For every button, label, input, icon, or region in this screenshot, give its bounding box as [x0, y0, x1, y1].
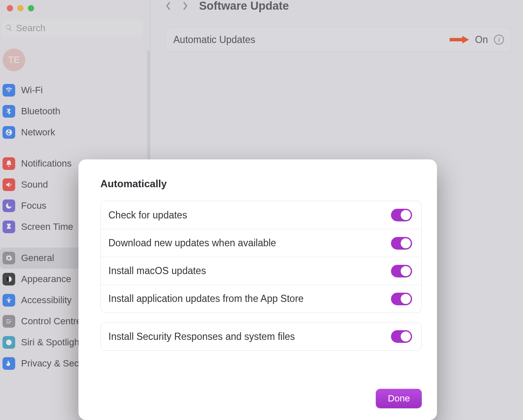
automatic-updates-sheet: Automatically Check for updatesDownload … — [78, 159, 437, 420]
gear-icon — [3, 252, 15, 264]
hourglass-icon — [3, 221, 15, 233]
info-icon[interactable]: i — [494, 35, 504, 45]
avatar[interactable]: TE — [3, 48, 25, 71]
sidebar-item-label: Wi-Fi — [21, 85, 43, 96]
siri-icon — [3, 336, 15, 349]
sidebar-item-wi-fi[interactable]: Wi-Fi — [0, 80, 150, 101]
sidebar-item-label: Bluetooth — [21, 106, 60, 117]
automatic-updates-value: On — [475, 34, 488, 46]
toggle-switch[interactable] — [391, 293, 412, 305]
minimize-icon[interactable] — [17, 5, 24, 11]
sidebar-item-label: Screen Time — [21, 221, 73, 232]
sidebar-item-label: Network — [21, 127, 55, 138]
sidebar-item-label: Control Centre — [21, 316, 81, 327]
toggle-row: Check for updates — [101, 201, 421, 229]
appearance-icon — [3, 273, 15, 285]
toggle-label: Install Security Responses and system fi… — [108, 331, 295, 342]
bell-icon — [3, 157, 15, 170]
toggle-label: Download new updates when available — [108, 237, 276, 249]
toggle-switch[interactable] — [391, 209, 412, 221]
page-title: Software Update — [199, 0, 289, 13]
speaker-icon — [3, 178, 15, 191]
toggle-row: Install macOS updates — [101, 257, 421, 285]
sidebar-item-network[interactable]: Network — [0, 122, 150, 143]
avatar-initials: TE — [8, 54, 20, 65]
bluetooth-icon — [3, 105, 15, 118]
hand-icon — [3, 357, 15, 370]
done-button[interactable]: Done — [376, 389, 422, 408]
sliders-icon — [3, 315, 15, 328]
toggle-label: Check for updates — [108, 210, 187, 221]
system-settings-window: TE Wi-FiBluetoothNetworkNotificationsSou… — [0, 0, 523, 420]
sidebar-item-label: General — [21, 253, 54, 264]
automatic-updates-row[interactable]: Automatic Updates On i — [165, 27, 512, 52]
sidebar-item-label: Siri & Spotlight — [21, 337, 82, 348]
svg-point-1 — [8, 297, 10, 299]
wifi-icon — [3, 84, 15, 97]
search-icon — [5, 24, 13, 32]
toggle-row: Install application updates from the App… — [101, 285, 421, 312]
sidebar-item-label: Notifications — [21, 158, 72, 169]
annotation-arrow-icon — [450, 36, 469, 43]
sidebar-item-bluetooth[interactable]: Bluetooth — [0, 101, 150, 122]
maximize-icon[interactable] — [28, 5, 34, 11]
toggle-row: Install Security Responses and system fi… — [101, 323, 421, 350]
window-controls — [0, 3, 150, 18]
toggle-group: Check for updatesDownload new updates wh… — [100, 201, 422, 313]
search-input[interactable] — [2, 20, 143, 37]
toggle-label: Install macOS updates — [108, 265, 206, 277]
toggle-group: Install Security Responses and system fi… — [100, 322, 422, 351]
toggle-switch[interactable] — [391, 330, 412, 343]
sidebar-item-label: Appearance — [21, 274, 71, 285]
forward-button[interactable] — [182, 0, 190, 12]
close-icon[interactable] — [7, 5, 13, 11]
sidebar-item-label: Focus — [21, 200, 46, 211]
sidebar-item-label: Sound — [21, 179, 48, 190]
moon-icon — [3, 199, 15, 212]
sheet-heading: Automatically — [100, 178, 422, 190]
globe-icon — [3, 126, 15, 139]
topbar: Software Update — [150, 0, 523, 12]
toggle-row: Download new updates when available — [101, 229, 421, 257]
toggle-label: Install application updates from the App… — [108, 293, 304, 304]
back-button[interactable] — [165, 0, 173, 12]
toggle-switch[interactable] — [391, 265, 412, 277]
scrollbar[interactable] — [147, 51, 150, 160]
sheet-body: Check for updatesDownload new updates wh… — [100, 201, 422, 351]
sidebar-item-label: Accessibility — [21, 295, 72, 306]
automatic-updates-label: Automatic Updates — [173, 34, 255, 46]
toggle-switch[interactable] — [391, 237, 412, 250]
accessibility-icon — [3, 294, 15, 307]
svg-point-2 — [6, 339, 12, 345]
